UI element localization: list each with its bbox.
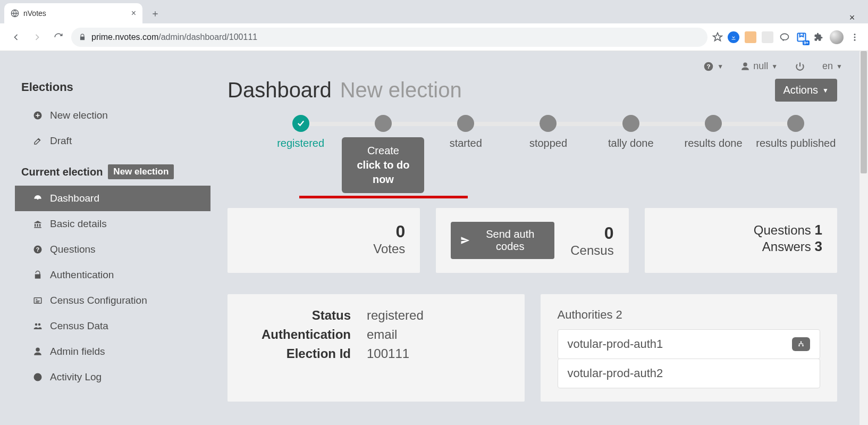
chevron-down-icon: ▼	[822, 87, 829, 94]
svg-rect-15	[800, 341, 802, 343]
svg-point-1	[781, 34, 789, 40]
lock-icon	[79, 34, 86, 41]
tooltip-subtitle: click to do now	[351, 158, 415, 187]
step-dot	[540, 115, 557, 132]
save-ext-icon[interactable]: 9+	[796, 31, 807, 43]
browser-tab[interactable]: nVotes ×	[4, 3, 142, 23]
close-tab-icon[interactable]: ×	[131, 9, 136, 18]
create-tooltip[interactable]: Create click to do now	[342, 137, 424, 193]
user-icon	[33, 347, 44, 356]
details-panel: Status registered Authentication email E…	[227, 294, 525, 402]
step-results-done: results done	[672, 115, 754, 149]
sidebar-item-admin-fields[interactable]: Admin fields	[15, 339, 210, 364]
step-label: results done	[685, 137, 743, 149]
chevron-down-icon: ▼	[771, 63, 778, 70]
census-card: Send auth codes 0 Census	[436, 208, 628, 273]
scrollbar-track[interactable]	[859, 51, 868, 425]
sidebar: Elections New election Draft Current ele…	[15, 75, 217, 402]
svg-point-5	[854, 39, 856, 40]
svg-point-4	[854, 36, 856, 38]
puzzle-ext-icon[interactable]	[813, 31, 824, 43]
step-create[interactable]: Create click to do now	[342, 115, 424, 193]
sidebar-item-activity-log[interactable]: Activity Log	[15, 364, 210, 390]
step-stopped: stopped	[507, 115, 589, 149]
status-value: registered	[367, 308, 508, 323]
top-nav: ? ▼ null ▼ en ▼	[15, 51, 853, 75]
plus-circle-icon	[33, 111, 44, 120]
user-name: null	[753, 61, 768, 72]
pie-icon	[33, 372, 44, 382]
users-icon	[33, 321, 44, 331]
authority-row[interactable]: votular-prod-auth2	[558, 359, 821, 388]
dashboard-icon	[33, 194, 44, 203]
step-dot	[705, 115, 722, 132]
svg-rect-16	[798, 345, 799, 346]
sidebar-item-label: Authentication	[50, 269, 114, 281]
step-label: tally done	[608, 137, 654, 149]
step-dot	[457, 115, 474, 132]
user-menu[interactable]: null ▼	[740, 61, 778, 72]
language-menu[interactable]: en ▼	[822, 61, 842, 72]
authority-row[interactable]: votular-prod-auth1	[558, 329, 821, 359]
profile-avatar[interactable]	[830, 30, 844, 44]
omnibox[interactable]: prime.nvotes.com/admin/dashboard/100111	[71, 28, 707, 47]
sidebar-item-census-data[interactable]: Census Data	[15, 313, 210, 339]
scrollbar-thumb[interactable]	[861, 51, 867, 173]
sidebar-item-questions[interactable]: ? Questions	[15, 237, 210, 262]
globe-icon	[11, 9, 19, 18]
chat-ext-icon[interactable]	[779, 31, 790, 43]
star-icon[interactable]	[712, 31, 723, 43]
help-menu[interactable]: ? ▼	[703, 61, 723, 72]
sidebar-item-draft[interactable]: Draft	[15, 128, 210, 154]
step-label: started	[450, 137, 482, 149]
forward-button[interactable]	[29, 29, 46, 46]
sidebar-item-census-config[interactable]: Census Configuration	[15, 288, 210, 313]
edit-icon	[33, 136, 44, 146]
sidebar-item-label: Draft	[50, 135, 72, 147]
questions-value: 1	[815, 222, 822, 238]
auth-value: email	[367, 327, 508, 342]
authorities-title: Authorities 2	[558, 308, 821, 322]
step-started: started	[425, 115, 507, 149]
card-icon	[33, 296, 44, 305]
votes-label: Votes	[242, 241, 405, 256]
tab-strip: nVotes × ×	[0, 0, 868, 23]
actions-dropdown[interactable]: Actions ▼	[775, 79, 837, 102]
extension-icons: 9+	[728, 30, 861, 44]
send-auth-codes-button[interactable]: Send auth codes	[451, 222, 554, 259]
svg-point-9	[37, 198, 39, 199]
browser-menu-icon[interactable]	[849, 31, 861, 43]
tab-title: nVotes	[23, 9, 46, 18]
sidebar-item-authentication[interactable]: Authentication	[15, 262, 210, 288]
question-icon: ?	[33, 245, 44, 254]
svg-text:?: ?	[707, 63, 711, 70]
ext-icon-3[interactable]	[762, 31, 773, 43]
svg-text:?: ?	[36, 246, 39, 253]
paper-plane-icon	[460, 236, 470, 245]
ext-icon-2[interactable]	[745, 31, 756, 43]
questions-answers-card: Questions 1 Answers 3	[645, 208, 837, 273]
step-results-published: results published	[755, 115, 837, 149]
authorities-panel: Authorities 2 votular-prod-auth1 votular…	[541, 294, 838, 402]
sidebar-item-label: Admin fields	[50, 346, 105, 357]
sidebar-item-basic-details[interactable]: Basic details	[15, 211, 210, 237]
election-id-key: Election Id	[245, 346, 351, 361]
step-dot	[375, 115, 392, 132]
back-button[interactable]	[7, 29, 24, 46]
new-tab-button[interactable]	[148, 6, 163, 21]
questions-label: Questions	[754, 223, 811, 237]
status-key: Status	[245, 308, 351, 323]
sidebar-item-label: New election	[50, 110, 108, 121]
power-button[interactable]	[795, 61, 805, 72]
sidebar-item-label: Basic details	[50, 218, 107, 230]
chevron-down-icon: ▼	[836, 63, 842, 70]
lang-label: en	[822, 61, 833, 72]
download-ext-icon[interactable]	[728, 31, 739, 43]
auth-key: Authentication	[245, 327, 351, 342]
window-close-icon[interactable]: ×	[840, 12, 864, 23]
sidebar-item-new-election[interactable]: New election	[15, 103, 210, 128]
reload-button[interactable]	[50, 29, 67, 46]
sidebar-item-dashboard[interactable]: Dashboard	[15, 186, 210, 211]
sidebar-title: Elections	[15, 75, 210, 103]
votes-card: 0 Votes	[227, 208, 420, 273]
